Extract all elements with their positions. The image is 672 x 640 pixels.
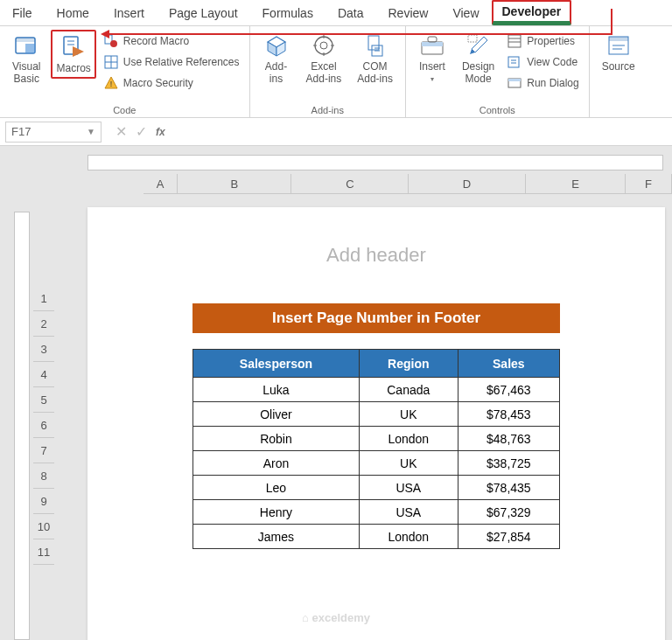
row-header[interactable]: 5 xyxy=(33,387,54,413)
table-cell[interactable]: UK xyxy=(359,402,458,427)
view-code-label: View Code xyxy=(527,56,578,68)
excel-addins-icon xyxy=(310,31,338,59)
fx-icon[interactable]: fx xyxy=(156,126,165,138)
chevron-down-icon: ▼ xyxy=(87,127,95,136)
table-header[interactable]: Region xyxy=(359,350,458,378)
row-header[interactable]: 6 xyxy=(33,413,54,438)
menu-bar: File Home Insert Page Layout Formulas Da… xyxy=(0,0,672,26)
cancel-icon[interactable]: ✕ xyxy=(116,123,127,140)
design-mode-icon xyxy=(465,31,493,59)
use-relative-references-button[interactable]: Use Relative References xyxy=(102,53,242,71)
group-code-label: Code xyxy=(7,103,242,115)
row-header[interactable]: 8 xyxy=(33,463,54,489)
column-header[interactable]: B xyxy=(178,174,291,194)
table-cell[interactable]: $78,453 xyxy=(458,402,559,427)
table-row[interactable]: HenryUSA$67,329 xyxy=(193,500,560,525)
table-cell[interactable]: London xyxy=(359,525,458,549)
table-row[interactable]: LukaCanada$67,463 xyxy=(193,378,560,402)
view-code-button[interactable]: View Code xyxy=(505,53,581,71)
properties-label: Properties xyxy=(527,35,575,47)
tab-developer[interactable]: Developer xyxy=(492,0,572,25)
com-addins-button[interactable]: COM Add-ins xyxy=(352,30,398,87)
svg-rect-1 xyxy=(16,38,35,42)
run-dialog-button[interactable]: Run Dialog xyxy=(505,74,581,92)
table-cell[interactable]: Henry xyxy=(193,500,360,525)
macros-button[interactable]: Macros xyxy=(51,30,95,79)
column-header[interactable]: E xyxy=(526,174,626,194)
table-cell[interactable]: Canada xyxy=(359,378,458,402)
visual-basic-label: Visual Basic xyxy=(12,61,40,86)
data-table[interactable]: SalespersonRegionSales LukaCanada$67,463… xyxy=(192,349,560,549)
group-addins-label: Add-ins xyxy=(257,103,398,115)
table-header[interactable]: Salesperson xyxy=(193,350,360,378)
worksheet-page[interactable]: Add header Insert Page Number in Footer … xyxy=(88,207,665,640)
svg-point-17 xyxy=(315,37,332,54)
tab-home[interactable]: Home xyxy=(45,2,102,24)
record-macro-button[interactable]: Record Macro xyxy=(102,32,242,50)
table-cell[interactable]: Oliver xyxy=(193,402,360,427)
column-header[interactable]: C xyxy=(291,174,409,194)
run-dialog-label: Run Dialog xyxy=(527,77,578,89)
tab-view[interactable]: View xyxy=(440,2,491,24)
svg-rect-29 xyxy=(428,37,437,42)
insert-control-label: Insert xyxy=(419,61,445,73)
design-mode-button[interactable]: Design Mode xyxy=(457,30,500,87)
macros-icon xyxy=(60,33,88,61)
table-header[interactable]: Sales xyxy=(458,350,559,378)
addins-icon xyxy=(262,31,290,59)
table-cell[interactable]: $67,329 xyxy=(458,500,559,525)
table-cell[interactable]: Robin xyxy=(193,427,360,451)
addins-button[interactable]: Add- ins xyxy=(257,30,296,87)
excel-addins-button[interactable]: Excel Add-ins xyxy=(301,30,347,87)
row-header[interactable]: 9 xyxy=(33,489,54,514)
table-cell[interactable]: UK xyxy=(359,451,458,476)
tab-formulas[interactable]: Formulas xyxy=(250,2,326,24)
title-cell[interactable]: Insert Page Number in Footer xyxy=(192,303,560,333)
row-header[interactable]: 11 xyxy=(33,539,54,565)
macro-security-button[interactable]: ! Macro Security xyxy=(102,74,242,92)
column-header[interactable]: F xyxy=(626,174,672,194)
name-box[interactable]: F17 ▼ xyxy=(5,122,102,143)
column-header[interactable]: D xyxy=(409,174,526,194)
row-header[interactable]: 7 xyxy=(33,438,54,463)
tab-insert[interactable]: Insert xyxy=(102,2,157,24)
page-header-placeholder[interactable]: Add header xyxy=(88,244,665,267)
column-headers: ABCDEF xyxy=(52,174,672,194)
row-header[interactable]: 3 xyxy=(33,337,54,362)
row-header[interactable]: 2 xyxy=(33,311,54,337)
table-cell[interactable]: $78,435 xyxy=(458,476,559,500)
tab-file[interactable]: File xyxy=(0,2,45,24)
table-row[interactable]: RobinLondon$48,763 xyxy=(193,427,560,451)
table-cell[interactable]: $27,854 xyxy=(458,525,559,549)
table-row[interactable]: OliverUK$78,453 xyxy=(193,402,560,427)
tab-page-layout[interactable]: Page Layout xyxy=(157,2,250,24)
table-cell[interactable]: $38,725 xyxy=(458,451,559,476)
table-cell[interactable]: Leo xyxy=(193,476,360,500)
table-cell[interactable]: Aron xyxy=(193,451,360,476)
visual-basic-button[interactable]: Visual Basic xyxy=(7,30,46,87)
addins-label: Add- ins xyxy=(265,61,287,86)
table-row[interactable]: JamesLondon$27,854 xyxy=(193,525,560,549)
source-button[interactable]: Source xyxy=(597,30,640,75)
table-row[interactable]: AronUK$38,725 xyxy=(193,451,560,476)
properties-button[interactable]: Properties xyxy=(505,32,581,50)
table-cell[interactable]: Luka xyxy=(193,378,360,402)
row-header[interactable]: 4 xyxy=(33,362,54,387)
column-header[interactable]: A xyxy=(144,174,178,194)
tab-review[interactable]: Review xyxy=(376,2,441,24)
visual-basic-icon xyxy=(12,31,40,59)
row-header[interactable]: 1 xyxy=(33,286,54,311)
svg-rect-33 xyxy=(508,35,521,47)
row-header[interactable]: 10 xyxy=(33,514,54,539)
table-row[interactable]: LeoUSA$78,435 xyxy=(193,476,560,500)
table-cell[interactable]: James xyxy=(193,525,360,549)
table-cell[interactable]: $48,763 xyxy=(458,427,559,451)
tab-data[interactable]: Data xyxy=(326,2,376,24)
insert-control-button[interactable]: Insert ▾ xyxy=(413,30,452,85)
table-cell[interactable]: $67,463 xyxy=(458,378,559,402)
confirm-icon[interactable]: ✓ xyxy=(136,123,147,140)
table-cell[interactable]: London xyxy=(359,427,458,451)
toolbox-icon xyxy=(418,31,446,59)
table-cell[interactable]: USA xyxy=(359,476,458,500)
table-cell[interactable]: USA xyxy=(359,500,458,525)
